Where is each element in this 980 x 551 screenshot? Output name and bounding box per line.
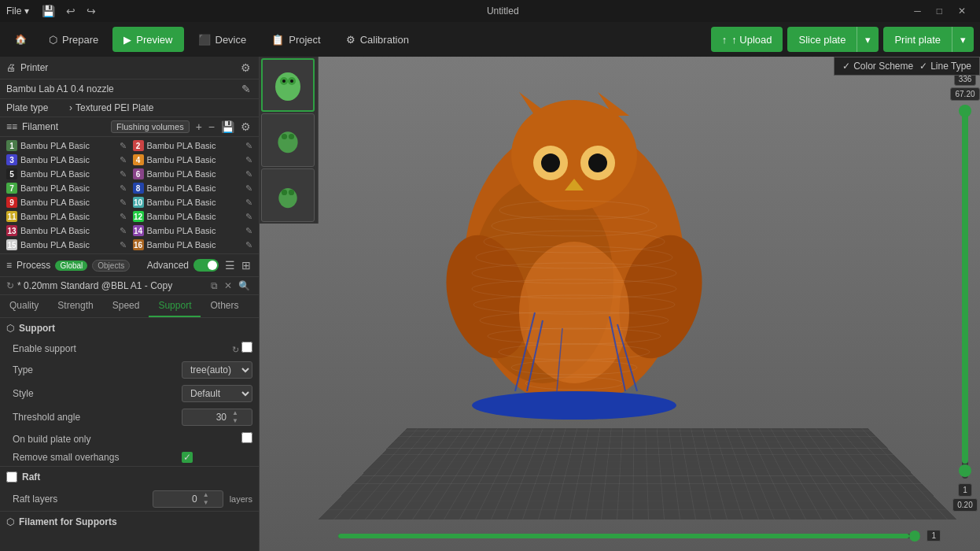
raft-checkbox[interactable]	[6, 471, 17, 483]
filament-item-4[interactable]: 4 Bambu PLA Basic ✎	[130, 153, 256, 167]
filament-item-16[interactable]: 16 Bambu PLA Basic ✎	[130, 238, 256, 252]
print-dropdown-button[interactable]: ▾	[952, 27, 974, 52]
global-tag[interactable]: Global	[55, 261, 87, 271]
thumbnail-item-2[interactable]	[261, 113, 315, 167]
support-style-value: Default Snug	[182, 385, 252, 402]
filament-item-1[interactable]: 1 Bambu PLA Basic ✎	[3, 139, 130, 153]
filament-item-13[interactable]: 13 Bambu PLA Basic ✎	[3, 224, 130, 238]
filament-item-2[interactable]: 2 Bambu PLA Basic ✎	[130, 139, 256, 153]
h-slider-thumb[interactable]	[909, 531, 920, 542]
filament-item-9[interactable]: 9 Bambu PLA Basic ✎	[3, 195, 130, 209]
raft-layers-row: Raft layers ▲ ▼ layers	[0, 487, 259, 511]
filament-edit-9[interactable]: ✎	[120, 198, 127, 208]
tab-quality[interactable]: Quality	[0, 295, 48, 317]
filament-item-3[interactable]: 3 Bambu PLA Basic ✎	[3, 153, 130, 167]
prepare-tab[interactable]: ⬡ Prepare	[38, 27, 109, 52]
plate-type-value[interactable]: › Textured PEI Plate	[69, 102, 153, 113]
filament-edit-1[interactable]: ✎	[120, 141, 127, 151]
filament-edit-3[interactable]: ✎	[120, 155, 127, 165]
raft-up-button[interactable]: ▲	[201, 491, 212, 499]
close-button[interactable]: ✕	[950, 0, 974, 22]
filament-num-8: 8	[133, 183, 144, 194]
threshold-up-button[interactable]: ▲	[230, 409, 241, 417]
file-menu[interactable]: File ▾	[6, 6, 29, 17]
filament-edit-15[interactable]: ✎	[120, 240, 127, 250]
filament-item-7[interactable]: 7 Bambu PLA Basic ✎	[3, 181, 130, 195]
filament-item-14[interactable]: 14 Bambu PLA Basic ✎	[130, 224, 256, 238]
filament-item-8[interactable]: 8 Bambu PLA Basic ✎	[130, 181, 256, 195]
tab-speed[interactable]: Speed	[103, 295, 149, 317]
filament-save-button[interactable]: 💾	[219, 120, 236, 133]
filament-num-11: 11	[6, 211, 17, 222]
slider-top-thumb[interactable]	[959, 105, 971, 117]
filament-edit-7[interactable]: ✎	[120, 183, 127, 194]
maximize-button[interactable]: □	[929, 0, 950, 22]
profile-row: ↻ * 0.20mm Standard @BBL A1 - Copy ⧉ ✕ 🔍	[0, 277, 259, 295]
support-style-select[interactable]: Default Snug	[182, 385, 252, 402]
undo-button[interactable]: ↩	[63, 3, 79, 19]
process-grid-button[interactable]: ⊞	[240, 259, 252, 272]
settings-panel: ⬡ Support Enable support ↻ Type tree(aut…	[0, 318, 259, 551]
vertical-slider-track[interactable]	[962, 105, 968, 479]
threshold-angle-input[interactable]	[182, 410, 230, 424]
upload-button[interactable]: ↑ ↑ Upload	[711, 27, 783, 52]
profile-close-button[interactable]: ✕	[222, 280, 234, 291]
printer-settings-button[interactable]: ⚙	[239, 61, 252, 74]
remove-filament-button[interactable]: −	[207, 120, 216, 133]
calibration-tab[interactable]: ⚙ Calibration	[335, 27, 420, 52]
enable-support-checkbox[interactable]	[241, 342, 252, 353]
tab-support[interactable]: Support	[149, 295, 201, 317]
print-plate-button[interactable]: Print plate	[883, 27, 952, 52]
filament-settings-button[interactable]: ⚙	[239, 120, 252, 133]
thumbnail-item-3[interactable]	[261, 168, 315, 222]
support-type-select[interactable]: tree(auto) normal	[182, 361, 252, 379]
filament-edit-12[interactable]: ✎	[245, 212, 252, 222]
filament-edit-10[interactable]: ✎	[245, 198, 252, 208]
redo-button[interactable]: ↪	[83, 3, 99, 19]
threshold-down-button[interactable]: ▼	[230, 417, 241, 425]
filament-edit-14[interactable]: ✎	[245, 226, 252, 236]
preview-tab[interactable]: ▶ Preview	[112, 27, 183, 52]
profile-search-button[interactable]: 🔍	[236, 280, 252, 291]
save-button[interactable]: 💾	[39, 3, 58, 19]
home-button[interactable]: 🏠	[6, 25, 35, 54]
process-list-button[interactable]: ☰	[223, 259, 237, 272]
filament-item-11[interactable]: 11 Bambu PLA Basic ✎	[3, 209, 130, 224]
thumbnail-item-1[interactable]	[261, 58, 315, 112]
objects-tag[interactable]: Objects	[92, 260, 130, 272]
printer-edit-button[interactable]: ✎	[240, 83, 252, 95]
slider-bottom-thumb[interactable]	[959, 464, 971, 477]
flushing-volumes-button[interactable]: Flushing volumes	[111, 120, 190, 133]
tab-strength[interactable]: Strength	[48, 295, 102, 317]
filament-edit-6[interactable]: ✎	[245, 169, 252, 179]
slice-dropdown-button[interactable]: ▾	[857, 27, 879, 52]
remove-overhangs-checkbox[interactable]: ✓	[182, 452, 193, 463]
color-scheme-item[interactable]: ✓ Color Scheme	[842, 61, 913, 72]
tab-others[interactable]: Others	[201, 295, 248, 317]
line-type-item[interactable]: ✓ Line Type	[919, 61, 971, 72]
device-tab[interactable]: ⬛ Device	[187, 27, 258, 52]
raft-down-button[interactable]: ▼	[201, 499, 212, 507]
raft-layers-input[interactable]	[153, 492, 201, 506]
profile-copy-button[interactable]: ⧉	[208, 280, 220, 291]
minimize-button[interactable]: ─	[906, 0, 929, 22]
on-build-plate-checkbox[interactable]	[241, 432, 252, 443]
filament-item-6[interactable]: 6 Bambu PLA Basic ✎	[130, 167, 256, 181]
filament-edit-2[interactable]: ✎	[245, 141, 252, 151]
printer-icon: 🖨	[6, 62, 16, 73]
filament-edit-4[interactable]: ✎	[245, 155, 252, 165]
horizontal-slider-track[interactable]	[338, 534, 920, 538]
slice-plate-button[interactable]: Slice plate	[787, 27, 857, 52]
filament-edit-8[interactable]: ✎	[245, 183, 252, 194]
project-tab[interactable]: 📋 Project	[260, 27, 331, 52]
filament-item-15[interactable]: 15 Bambu PLA Basic ✎	[3, 238, 130, 252]
advanced-toggle[interactable]	[193, 259, 219, 272]
add-filament-button[interactable]: +	[194, 120, 204, 133]
filament-item-10[interactable]: 10 Bambu PLA Basic ✎	[130, 195, 256, 209]
filament-item-5[interactable]: 5 Bambu PLA Basic ✎	[3, 167, 130, 181]
filament-edit-11[interactable]: ✎	[120, 212, 127, 222]
filament-edit-16[interactable]: ✎	[245, 240, 252, 250]
filament-item-12[interactable]: 12 Bambu PLA Basic ✎	[130, 209, 256, 224]
filament-edit-13[interactable]: ✎	[120, 226, 127, 236]
filament-edit-5[interactable]: ✎	[120, 169, 127, 179]
